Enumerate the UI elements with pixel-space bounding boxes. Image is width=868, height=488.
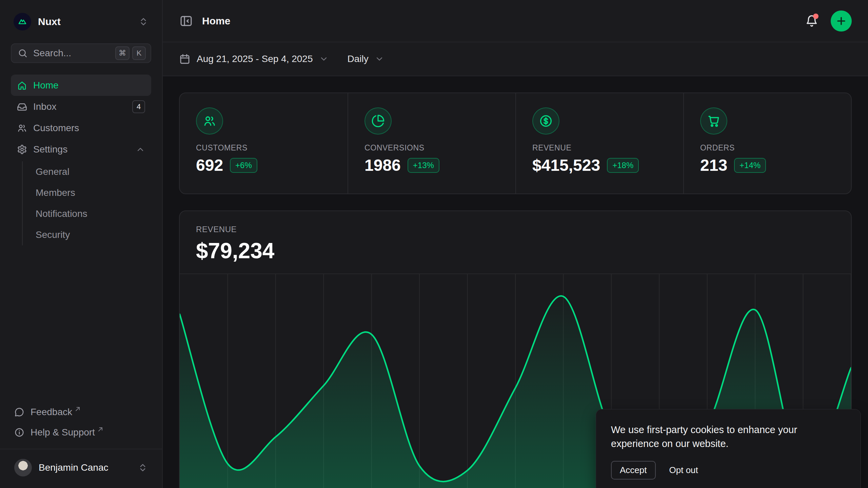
sidebar-item-notifications[interactable]: Notifications [36, 203, 151, 224]
external-link-icon [97, 426, 104, 433]
stat-delta-badge: +13% [408, 158, 439, 173]
sidebar-item-security[interactable]: Security [36, 224, 151, 245]
shopping-cart-icon [700, 107, 727, 135]
inbox-count-badge: 4 [132, 100, 145, 113]
revenue-chart-label: REVENUE [196, 225, 835, 234]
stat-delta-badge: +14% [734, 158, 766, 173]
brand-name: Nuxt [38, 16, 138, 27]
notifications-button[interactable] [802, 12, 821, 30]
workspace-switcher[interactable]: Nuxt [11, 7, 151, 36]
stat-delta-badge: +6% [230, 158, 257, 173]
sidebar-item-customers[interactable]: Customers [11, 117, 151, 139]
users-icon [196, 107, 223, 135]
stat-card-customers[interactable]: CUSTOMERS 692 +6% [180, 93, 348, 194]
kbd-k: K [132, 46, 146, 60]
sidebar-item-label: Home [33, 80, 145, 91]
main-panel: Home Aug 21, 2025 - Sep 4, 2025 [163, 0, 868, 488]
sub-item-label: Members [36, 187, 75, 198]
revenue-chart-value: $79,234 [196, 238, 835, 263]
external-link-icon [74, 406, 81, 412]
chevron-up-icon [136, 145, 145, 154]
sidebar-item-help-support[interactable]: Help & Support [11, 422, 151, 443]
sidebar-item-label: Settings [33, 144, 136, 155]
dollar-circle-icon [532, 107, 559, 135]
add-button[interactable] [831, 11, 852, 32]
stat-value: 213 [700, 156, 727, 175]
sidebar-item-feedback[interactable]: Feedback [11, 402, 151, 422]
filters-toolbar: Aug 21, 2025 - Sep 4, 2025 Daily [163, 42, 868, 76]
notification-dot [813, 14, 818, 19]
stat-value: 1986 [364, 156, 401, 175]
settings-sub-list: General Members Notifications Security [22, 161, 151, 245]
stat-value: 692 [196, 156, 223, 175]
stat-label: CONVERSIONS [364, 143, 499, 152]
stat-label: CUSTOMERS [196, 143, 331, 152]
kbd-command: ⌘ [115, 46, 130, 60]
cookie-banner: We use first-party cookies to enhance yo… [596, 409, 861, 488]
stat-card-conversions[interactable]: CONVERSIONS 1986 +13% [348, 93, 515, 194]
foot-item-label: Feedback [31, 407, 72, 418]
sidebar-item-label: Inbox [33, 101, 132, 112]
stat-label: REVENUE [532, 143, 667, 152]
sidebar-item-general[interactable]: General [36, 161, 151, 182]
opt-out-button[interactable]: Opt out [669, 462, 698, 479]
sub-item-label: Security [36, 229, 70, 240]
date-range-value: Aug 21, 2025 - Sep 4, 2025 [197, 54, 313, 64]
sidebar-nav: Home Inbox 4 Customers Settings [11, 75, 151, 247]
user-menu[interactable]: Benjamin Canac [11, 455, 151, 480]
chevron-down-icon [375, 54, 384, 64]
stat-card-revenue[interactable]: REVENUE $415,523 +18% [515, 93, 683, 194]
stat-value: $415,523 [532, 156, 600, 175]
pie-chart-icon [364, 107, 392, 135]
cookie-message: We use first-party cookies to enhance yo… [611, 423, 846, 451]
stats-row: CUSTOMERS 692 +6% CONVERSIONS 1986 +13% [179, 93, 852, 194]
plus-icon [835, 15, 847, 27]
calendar-icon [179, 53, 191, 65]
chevrons-up-down-icon[interactable] [138, 17, 149, 27]
dashboard-content: CUSTOMERS 692 +6% CONVERSIONS 1986 +13% [163, 76, 868, 488]
accept-cookies-button[interactable]: Accept [611, 461, 656, 480]
user-avatar [14, 459, 32, 476]
sub-item-label: General [36, 166, 70, 177]
home-icon [17, 80, 27, 90]
stat-delta-badge: +18% [607, 158, 639, 173]
nuxt-logo-icon [14, 13, 31, 30]
sub-item-label: Notifications [36, 208, 87, 219]
sidebar-item-inbox[interactable]: Inbox 4 [11, 96, 151, 117]
granularity-select[interactable]: Daily [348, 54, 384, 64]
sidebar-item-members[interactable]: Members [36, 182, 151, 203]
stat-card-orders[interactable]: ORDERS 213 +14% [683, 93, 851, 194]
page-title: Home [202, 15, 802, 27]
search-input[interactable] [33, 48, 113, 59]
users-icon [17, 123, 27, 133]
info-circle-icon [14, 427, 24, 438]
granularity-value: Daily [348, 54, 369, 64]
sidebar: Nuxt ⌘ K Home Inb [0, 0, 163, 488]
sidebar-divider [0, 449, 162, 449]
foot-item-label: Help & Support [31, 427, 95, 438]
collapse-sidebar-icon[interactable] [179, 14, 193, 28]
user-name: Benjamin Canac [39, 462, 138, 473]
gear-icon [17, 144, 27, 155]
chevrons-up-down-icon [138, 463, 148, 473]
date-range-picker[interactable]: Aug 21, 2025 - Sep 4, 2025 [179, 53, 329, 65]
page-header: Home [163, 0, 868, 42]
message-circle-icon [14, 407, 24, 417]
stat-label: ORDERS [700, 143, 835, 152]
chevron-down-icon [319, 54, 329, 64]
search-input-wrapper[interactable]: ⌘ K [11, 43, 151, 63]
sidebar-item-label: Customers [33, 123, 145, 134]
sidebar-item-home[interactable]: Home [11, 75, 151, 96]
inbox-icon [17, 102, 27, 112]
app-window: Nuxt ⌘ K Home Inb [0, 0, 868, 488]
search-icon [18, 48, 28, 58]
sidebar-item-settings[interactable]: Settings [11, 139, 151, 160]
